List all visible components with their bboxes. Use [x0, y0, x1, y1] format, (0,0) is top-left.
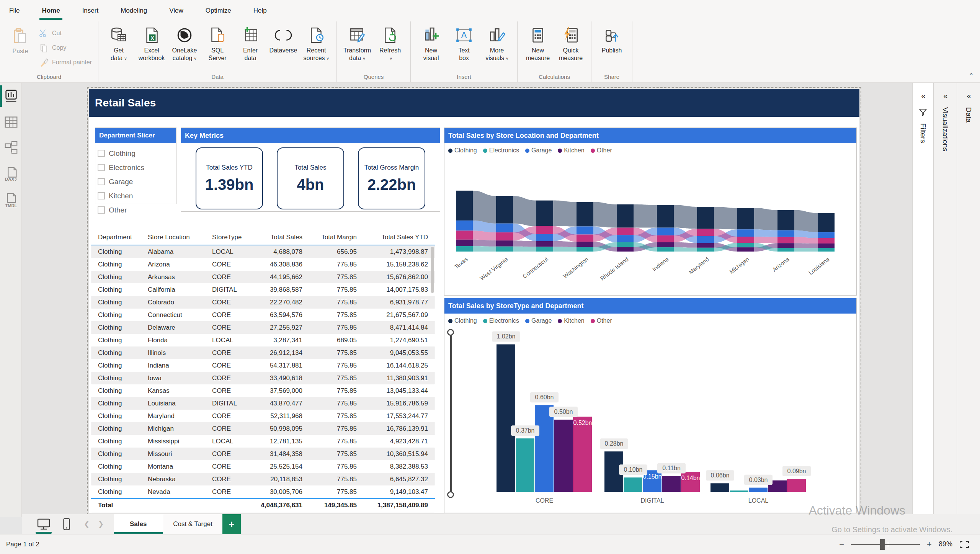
bar-digital-electronics[interactable]	[624, 477, 642, 492]
bar-core-garage[interactable]	[535, 405, 554, 492]
get-data-button[interactable]: Getdata ˅	[102, 23, 135, 63]
axis-range-slider-handle-bottom[interactable]	[447, 491, 454, 498]
ribbon-band-kitchen[interactable]	[794, 243, 818, 248]
menu-view[interactable]: View	[168, 5, 184, 17]
ribbon-col-segment-other[interactable]	[818, 238, 835, 243]
sidebar-table-view[interactable]	[0, 109, 22, 135]
legend-item-electronics[interactable]: Electronics	[483, 317, 519, 324]
ribbon-col-segment-kitchen[interactable]	[777, 243, 794, 248]
ribbon-col-segment-clothing[interactable]	[657, 205, 674, 227]
fit-to-page-icon[interactable]	[959, 540, 969, 549]
bar-core-electronics[interactable]	[516, 438, 534, 492]
checkbox[interactable]	[98, 178, 105, 185]
data-panel[interactable]: « Data	[957, 83, 980, 514]
menu-help[interactable]: Help	[253, 5, 268, 17]
column-header[interactable]: Department	[91, 234, 141, 241]
table-row[interactable]: ClothingArkansasCORE44,195,662775.8515,6…	[91, 271, 435, 283]
menu-modeling[interactable]: Modeling	[120, 5, 148, 17]
bar-local-clothing[interactable]	[710, 483, 729, 492]
kpi-card[interactable]: Total Sales4bn	[277, 147, 344, 209]
legend-item-other[interactable]: Other	[591, 147, 612, 154]
ribbon-col-segment-garage[interactable]	[456, 221, 473, 231]
table-row[interactable]: ClothingIllinoisCORE26,912,134775.859,04…	[91, 346, 435, 359]
ribbon-band-other[interactable]	[754, 237, 777, 243]
ribbon-col-segment-kitchen[interactable]	[737, 247, 754, 252]
slicer-option-garage[interactable]: Garage	[98, 175, 174, 189]
table-row[interactable]: ClothingMarylandCORE52,311,968775.8517,5…	[91, 410, 435, 422]
sidebar-model-view[interactable]	[0, 135, 22, 161]
ribbon-col-segment-garage[interactable]	[818, 232, 835, 238]
zoom-out-button[interactable]: −	[839, 539, 844, 549]
bar-digital-kitchen[interactable]	[662, 476, 681, 492]
excel-workbook-button[interactable]: XExcelworkbook	[135, 23, 168, 63]
ribbon-band-clothing[interactable]	[794, 210, 818, 232]
ribbon-col-segment-clothing[interactable]	[617, 204, 634, 228]
zoom-slider-thumb[interactable]	[880, 539, 885, 550]
text-box-button[interactable]: ATextbox	[448, 23, 480, 63]
legend-item-garage[interactable]: Garage	[525, 147, 552, 154]
mobile-layout-button[interactable]	[63, 518, 70, 530]
table-scrollbar[interactable]	[431, 247, 434, 293]
ribbon-band-clothing[interactable]	[634, 204, 657, 228]
sql-server-button[interactable]: SQLServer	[201, 23, 234, 63]
menu-insert[interactable]: Insert	[82, 5, 100, 17]
zoom-in-button[interactable]: +	[927, 539, 932, 549]
table-row[interactable]: ClothingLouisianaDIGITAL43,870,477775.85…	[91, 397, 435, 410]
table-row[interactable]: ClothingFloridaLOCAL3,287,341689.051,274…	[91, 334, 435, 346]
ribbon-col-segment-other[interactable]	[777, 237, 794, 243]
more-visuals-button[interactable]: Morevisuals ˅	[480, 23, 513, 63]
filters-panel[interactable]: « Filters	[912, 83, 933, 514]
onelake-catalog-button[interactable]: OneLakecatalog ˅	[168, 23, 201, 63]
table-row[interactable]: ClothingConnecticutCORE63,594,576775.852…	[91, 309, 435, 321]
bar-local-electronics[interactable]	[730, 490, 748, 492]
ribbon-col-segment-garage[interactable]	[697, 236, 714, 243]
ribbon-col-segment-kitchen[interactable]	[657, 242, 674, 247]
add-page-button[interactable]: +	[222, 514, 241, 534]
prev-page-icon[interactable]: ❮	[84, 520, 90, 528]
ribbon-col-segment-clothing[interactable]	[577, 202, 593, 227]
table-row[interactable]: ClothingIowaCORE33,490,618775.8511,380,9…	[91, 372, 435, 384]
legend-item-clothing[interactable]: Clothing	[448, 317, 477, 324]
cut-button[interactable]: Cut	[37, 27, 94, 40]
slicer-option-electronics[interactable]: Electronics	[98, 160, 174, 175]
ribbon-col-segment-kitchen[interactable]	[496, 240, 513, 247]
table-row[interactable]: ClothingMontanaCORE25,525,154775.858,382…	[91, 460, 435, 473]
ribbon-col-segment-clothing[interactable]	[536, 201, 553, 226]
recent-sources-button[interactable]: Recentsources ˅	[300, 23, 333, 63]
ribbon-col-segment-electronics[interactable]	[577, 247, 593, 252]
ribbon-col-segment-clothing[interactable]	[456, 191, 473, 221]
table-row[interactable]: ClothingMichiganCORE50,998,095775.8516,7…	[91, 422, 435, 435]
ribbon-band-clothing[interactable]	[754, 208, 777, 230]
ribbon-col-segment-kitchen[interactable]	[818, 243, 835, 248]
bar-core-clothing[interactable]	[497, 344, 515, 492]
ribbon-col-segment-kitchen[interactable]	[617, 247, 634, 252]
table-row[interactable]: ClothingColoradoCORE22,270,482775.856,93…	[91, 296, 435, 309]
ribbon-col-segment-clothing[interactable]	[818, 213, 835, 232]
zoom-slider[interactable]	[851, 544, 920, 545]
quick-measure-button[interactable]: Quickmeasure	[554, 23, 587, 63]
format-painter-button[interactable]: Format painter	[37, 56, 94, 69]
ribbon-col-segment-clothing[interactable]	[777, 210, 794, 230]
table-row[interactable]: ClothingNebraskaCORE20,118,853775.856,64…	[91, 473, 435, 485]
tab-sales[interactable]: Sales	[114, 514, 163, 534]
ribbon-col-segment-electronics[interactable]	[496, 247, 513, 252]
ribbon-col-segment-electronics[interactable]	[657, 247, 674, 252]
ribbon-col-segment-kitchen[interactable]	[536, 241, 553, 247]
ribbon-band-clothing[interactable]	[553, 201, 577, 227]
expand-data-icon[interactable]: «	[967, 92, 970, 100]
tab-cost-and-target[interactable]: Cost & Target	[163, 514, 222, 534]
sidebar-dax-view[interactable]: DAX	[0, 161, 22, 187]
bar-core-other[interactable]	[573, 417, 592, 492]
table-row[interactable]: ClothingNevadaCORE30,005,706775.859,149,…	[91, 485, 435, 498]
ribbon-band-clothing[interactable]	[513, 196, 536, 226]
ribbon-chart-plot[interactable]: TexasWest VirginiaConnecticutWashingtonR…	[444, 154, 856, 295]
menu-home[interactable]: Home	[41, 5, 60, 17]
ribbon-col-segment-other[interactable]	[456, 230, 473, 239]
ribbon-band-electronics[interactable]	[553, 247, 577, 252]
refresh-button[interactable]: Refresh ˅	[374, 23, 407, 63]
ribbon-col-segment-electronics[interactable]	[617, 242, 634, 247]
table-row[interactable]: ClothingAlabamaLOCAL4,688,078656.951,473…	[91, 245, 435, 258]
table-row[interactable]: ClothingDelawareCORE27,255,927775.858,47…	[91, 321, 435, 334]
checkbox[interactable]	[98, 206, 105, 214]
kpi-card[interactable]: Total Sales YTD1.39bn	[196, 147, 263, 209]
